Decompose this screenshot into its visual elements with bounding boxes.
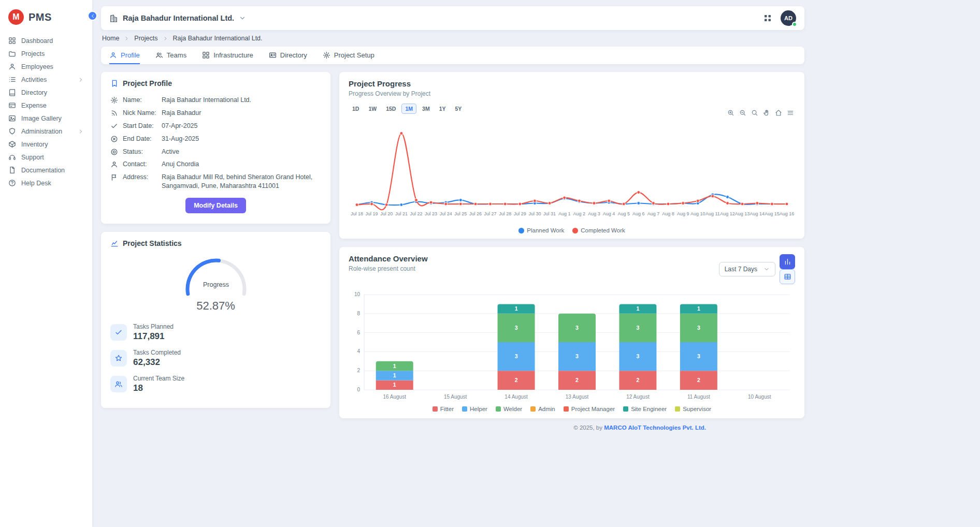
- legend-item-admin[interactable]: Admin: [530, 406, 555, 412]
- bar-view-button[interactable]: [780, 254, 795, 269]
- legend-marker: [564, 406, 569, 412]
- date-range-select[interactable]: Last 7 Days: [719, 262, 775, 276]
- sidebar-item-employees[interactable]: Employees: [0, 60, 92, 73]
- brand-logo[interactable]: M PMS: [0, 6, 92, 34]
- progress-card-title: Project Progress: [349, 79, 795, 88]
- range-15d-button[interactable]: 15D: [382, 104, 399, 114]
- legend-item-supervisor[interactable]: Supervisor: [675, 406, 711, 412]
- svg-text:4: 4: [357, 348, 360, 354]
- legend-item-helper[interactable]: Helper: [462, 406, 487, 412]
- svg-text:1: 1: [515, 305, 518, 312]
- svg-text:6: 6: [357, 330, 360, 335]
- sidebar-item-projects[interactable]: Projects: [0, 47, 92, 60]
- tab-directory[interactable]: Directory: [269, 47, 307, 64]
- sidebar-item-documentation[interactable]: Documentation: [0, 164, 92, 177]
- svg-text:10 August: 10 August: [748, 394, 771, 400]
- field-label: End Date:: [123, 135, 157, 143]
- svg-text:3: 3: [515, 325, 518, 331]
- tab-project-setup[interactable]: Project Setup: [323, 47, 374, 64]
- range-1y-button[interactable]: 1Y: [436, 104, 450, 114]
- range-1w-button[interactable]: 1W: [365, 104, 380, 114]
- profile-field-address: Address: Raja Bahadur Mill Rd, behind Sh…: [110, 173, 321, 191]
- svg-text:Jul 18: Jul 18: [351, 211, 363, 216]
- legend-item-planned-work[interactable]: Planned Work: [518, 227, 564, 233]
- svg-text:Aug 14: Aug 14: [750, 211, 765, 216]
- modify-details-button[interactable]: Modify Details: [185, 198, 246, 213]
- svg-text:10: 10: [354, 291, 361, 297]
- sidebar-item-expense[interactable]: Expense: [0, 99, 92, 112]
- tab-profile[interactable]: Profile: [109, 47, 140, 64]
- zoom-in-icon[interactable]: [727, 109, 734, 116]
- chevron-down-icon: [239, 14, 246, 22]
- range-1d-button[interactable]: 1D: [349, 104, 363, 114]
- sidebar-item-dashboard[interactable]: Dashboard: [0, 34, 92, 47]
- sidebar-item-directory[interactable]: Directory: [0, 86, 92, 99]
- svg-text:3: 3: [515, 353, 518, 359]
- sidebar-item-image-gallery[interactable]: Image Gallery: [0, 112, 92, 125]
- legend-item-completed-work[interactable]: Completed Work: [572, 227, 625, 233]
- company-selector[interactable]: Raja Bahadur International Ltd.: [109, 14, 246, 23]
- legend-item-site-engineer[interactable]: Site Engineer: [623, 406, 667, 412]
- sidebar-item-help-desk[interactable]: Help Desk: [0, 177, 92, 189]
- field-label: Address:: [123, 173, 157, 182]
- field-value: Raja Bahadur: [162, 109, 321, 118]
- svg-text:Jul 31: Jul 31: [543, 211, 556, 216]
- legend-item-welder[interactable]: Welder: [496, 406, 522, 412]
- chart-toolbar: [727, 109, 794, 116]
- svg-text:2: 2: [697, 377, 700, 383]
- profile-field-name: Name: Raja Bahadur International Ltd.: [110, 96, 321, 105]
- chevron-right-icon: [124, 36, 129, 41]
- tab-teams[interactable]: Teams: [155, 47, 186, 64]
- svg-text:Aug 11: Aug 11: [705, 211, 720, 216]
- pan-icon[interactable]: [763, 109, 770, 116]
- sidebar-item-activities[interactable]: Activities: [0, 73, 92, 86]
- avatar[interactable]: AD: [781, 10, 796, 26]
- address-icon: [110, 173, 118, 181]
- menu-icon[interactable]: [787, 109, 794, 116]
- legend-item-project-manager[interactable]: Project Manager: [564, 406, 615, 412]
- sidebar-collapse-button[interactable]: [88, 11, 97, 21]
- attendance-overview-card: Attendance Overview Role-wise present co…: [339, 247, 804, 418]
- sidebar-item-inventory[interactable]: Inventory: [0, 138, 92, 151]
- svg-text:Aug 9: Aug 9: [677, 211, 689, 216]
- project-progress-chart: Jul 18Jul 19Jul 20Jul 21Jul 22Jul 23Jul …: [349, 116, 795, 226]
- teams-tab-icon: [155, 51, 163, 59]
- line-chart-area: Jul 18Jul 19Jul 20Jul 21Jul 22Jul 23Jul …: [349, 116, 795, 227]
- zoom-selection-icon[interactable]: [751, 109, 758, 116]
- tab-label: Project Setup: [334, 51, 374, 59]
- range-1m-button[interactable]: 1M: [401, 104, 416, 114]
- breadcrumb-item[interactable]: Home: [102, 35, 119, 42]
- topbar: Raja Bahadur International Ltd. AD: [101, 6, 804, 30]
- field-label: Name:: [123, 96, 157, 105]
- svg-text:Aug 12: Aug 12: [720, 211, 735, 216]
- sidebar-item-support[interactable]: Support: [0, 151, 92, 164]
- svg-text:Jul 27: Jul 27: [484, 211, 497, 216]
- avatar-initials: AD: [784, 15, 792, 21]
- bar-chart-icon: [784, 258, 791, 266]
- sidebar-item-label: Directory: [21, 89, 47, 96]
- svg-text:2: 2: [515, 377, 518, 383]
- table-view-button[interactable]: [780, 269, 795, 284]
- sidebar-item-label: Expense: [21, 102, 47, 109]
- profile-field-status: Status: Active: [110, 148, 321, 156]
- sidebar-item-administration[interactable]: Administration: [0, 125, 92, 138]
- legend-label: Project Manager: [571, 406, 615, 412]
- sidebar: M PMS Dashboard Projects Employees Activ…: [0, 0, 92, 527]
- project-statistics-card: Project Statistics Progress 52.87% Tasks…: [101, 232, 330, 408]
- apps-grid-icon[interactable]: [763, 13, 772, 23]
- footer-company-link[interactable]: MARCO AIoT Technologies Pvt. Ltd.: [604, 424, 706, 431]
- home-icon[interactable]: [775, 109, 782, 116]
- project-setup-tab-icon: [323, 51, 330, 59]
- breadcrumb-item[interactable]: Projects: [134, 35, 157, 42]
- tab-label: Infrastructure: [213, 51, 253, 59]
- date-range-value: Last 7 Days: [725, 266, 757, 273]
- tab-infrastructure[interactable]: Infrastructure: [202, 47, 253, 64]
- legend-marker: [623, 406, 628, 412]
- start-date-icon: [110, 122, 118, 130]
- tasks-planned-icon: [114, 328, 123, 336]
- legend-item-fitter[interactable]: Fitter: [433, 406, 454, 412]
- zoom-out-icon[interactable]: [739, 109, 746, 116]
- support-icon: [8, 153, 16, 161]
- range-5y-button[interactable]: 5Y: [451, 104, 465, 114]
- range-3m-button[interactable]: 3M: [419, 104, 434, 114]
